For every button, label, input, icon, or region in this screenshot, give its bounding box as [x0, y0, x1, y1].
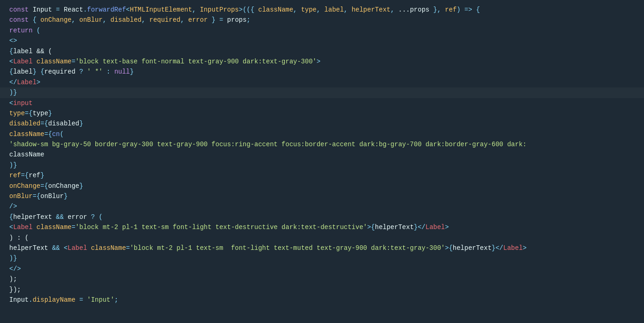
code-token: </ [9, 264, 17, 274]
code-token: = [75, 295, 87, 305]
code-token: >{ [367, 222, 375, 232]
code-token: type [32, 108, 48, 118]
code-token: className [9, 129, 44, 139]
code-token: }); [9, 285, 21, 295]
code-token: </ [418, 222, 425, 232]
code-token: className [254, 5, 293, 15]
code-token: ={ [40, 181, 48, 191]
code-token: label [13, 67, 32, 77]
code-token: onChange [37, 15, 72, 25]
code-token: , [437, 5, 441, 15]
code-token: } [40, 170, 44, 180]
code-token: < [9, 36, 13, 46]
code-token: { [29, 15, 37, 25]
code-token: } [13, 87, 17, 98]
code-token: , [181, 15, 184, 25]
code-token: 'Input' [87, 295, 114, 305]
code-token: , [317, 5, 320, 15]
code-token: >{ [445, 243, 453, 253]
code-line: {helperText && error ? ( [0, 212, 644, 222]
code-token: error [68, 212, 87, 222]
code-token: 'shadow-sm bg-gray-50 border-gray-300 te… [9, 139, 526, 149]
code-line: <Label className='block mt-2 pl-1 text-s… [0, 222, 644, 232]
code-token: < [64, 243, 68, 253]
code-token: = [71, 56, 75, 67]
code-line: )} [0, 253, 644, 263]
code-token: error [184, 15, 212, 25]
code-line: type={type} [0, 108, 644, 118]
code-token: input [13, 98, 32, 108]
code-token: } [212, 15, 215, 25]
code-token: className [87, 243, 126, 253]
code-token: > [317, 56, 320, 67]
code-token: forwardRef [87, 5, 126, 15]
code-token: ) : ( [9, 233, 29, 243]
code-token: HTMLInputElement [130, 5, 192, 15]
code-token: onBlur [9, 191, 32, 201]
code-token: label [13, 46, 32, 56]
code-token: } [79, 181, 83, 191]
code-token: required [145, 15, 181, 25]
code-token: disabled [48, 118, 79, 129]
code-token: Label [13, 222, 32, 232]
code-token: React [60, 5, 83, 15]
code-line: onBlur={onBlur} [0, 191, 644, 201]
code-token: ? ( [87, 212, 103, 222]
code-token: ? [75, 67, 87, 77]
code-token: : [103, 67, 114, 77]
code-token: . [83, 5, 87, 15]
code-token: Label [503, 243, 523, 253]
code-line: const { onChange, onBlur, disabled, requ… [0, 15, 644, 25]
code-token: > [37, 77, 40, 87]
code-line: {label} {required ? ' *' : null} [0, 67, 644, 77]
code-token: } [79, 118, 83, 129]
code-token: < [9, 56, 13, 67]
code-token: helperText [9, 243, 48, 253]
code-token: , [293, 5, 297, 15]
code-token: } [64, 191, 68, 201]
code-line: disabled={disabled} [0, 118, 644, 129]
code-token: } [433, 5, 437, 15]
code-line: <> [0, 36, 644, 46]
code-token: required [44, 67, 75, 77]
code-token: onBlur [40, 191, 63, 201]
code-token: < [9, 222, 13, 232]
code-token: ; [114, 295, 118, 305]
code-token: } [130, 67, 134, 77]
code-token: } [32, 67, 36, 77]
code-token: ); [9, 274, 17, 284]
code-token: disabled [9, 118, 40, 129]
code-token: /> [9, 201, 17, 211]
code-line: <Label className='block text-base font-n… [0, 56, 644, 67]
code-token: . [29, 295, 32, 305]
code-token: { [37, 67, 44, 77]
code-token: label [320, 5, 344, 15]
code-token: 'block text-base font-normal text-gray-9… [75, 56, 317, 67]
code-token: ) [9, 87, 13, 98]
code-token: > [17, 264, 21, 274]
code-token: && [52, 212, 68, 222]
code-token: } [492, 243, 495, 253]
code-token: </ [495, 243, 503, 253]
code-line: return ( [0, 25, 644, 36]
code-token: = [215, 15, 227, 25]
code-token: ={ [32, 191, 40, 201]
code-token: onChange [9, 181, 40, 191]
code-token: helperText [13, 212, 52, 222]
code-token: } [48, 108, 52, 118]
code-token: ={ [40, 118, 48, 129]
code-line: onChange={onChange} [0, 181, 644, 191]
code-token: { [9, 212, 13, 222]
code-token: const [9, 15, 29, 25]
code-line: </> [0, 264, 644, 274]
code-token: > [445, 222, 449, 232]
code-token: ={ [44, 129, 52, 139]
code-line: className={cn( [0, 129, 644, 139]
code-token: type [9, 108, 25, 118]
code-token: helperText [375, 222, 414, 232]
code-token: ( [60, 129, 63, 139]
code-token: { [9, 46, 13, 56]
code-token: < [126, 5, 130, 15]
code-token: && ( [32, 46, 52, 56]
code-token: Label [68, 243, 87, 253]
